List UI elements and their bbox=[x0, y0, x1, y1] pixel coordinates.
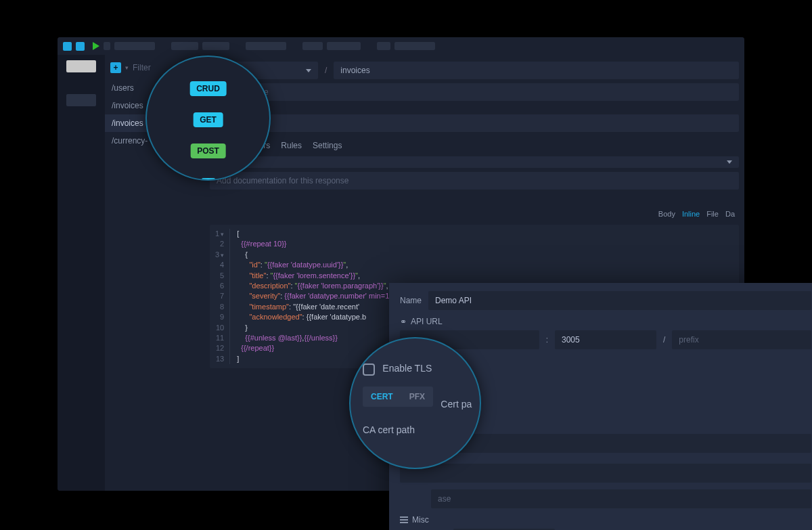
left-rail bbox=[58, 55, 105, 491]
editor-gutter: 1▾23▾45678910111213 bbox=[210, 229, 230, 364]
play-icon[interactable] bbox=[93, 42, 99, 50]
misc-heading: Misc bbox=[400, 515, 811, 525]
response-tabs: + Headers Rules Settings bbox=[210, 136, 739, 152]
response-doc-input[interactable] bbox=[210, 172, 739, 190]
cert-tab[interactable]: CERT bbox=[363, 387, 401, 407]
titlebar bbox=[58, 37, 744, 55]
body-tab-databucket[interactable]: Da bbox=[725, 210, 735, 218]
body-source-tabs: Body Inline File Da bbox=[210, 207, 739, 221]
tab-settings[interactable]: Settings bbox=[313, 141, 342, 150]
body-tab-inline[interactable]: Inline bbox=[682, 210, 700, 218]
toolbar-placeholder bbox=[377, 42, 390, 50]
ca-cert-input[interactable] bbox=[400, 464, 811, 483]
method-badge-get-peek bbox=[202, 178, 215, 181]
path-slash: / bbox=[322, 62, 330, 79]
slash-separator: / bbox=[663, 335, 665, 345]
route-doc-input[interactable] bbox=[210, 83, 739, 101]
body-tab-file[interactable]: File bbox=[706, 210, 719, 218]
port-input[interactable] bbox=[555, 330, 656, 349]
toolbar-placeholder bbox=[302, 42, 323, 50]
add-route-button[interactable]: + bbox=[110, 62, 121, 73]
window-control[interactable] bbox=[63, 42, 72, 51]
toolbar-placeholder bbox=[202, 42, 229, 50]
zoom-tls-circle: Enable TLS CERT PFX Cert pa CA cert path bbox=[349, 337, 481, 469]
plug-icon: ⚭ bbox=[400, 317, 407, 326]
path-input[interactable] bbox=[334, 62, 739, 79]
chevron-down-icon bbox=[727, 160, 732, 164]
method-badge-get: GET bbox=[193, 112, 223, 127]
window-control[interactable] bbox=[76, 42, 85, 51]
zoom-methods-circle: CRUD GET POST bbox=[145, 56, 271, 181]
rail-item[interactable] bbox=[66, 94, 96, 106]
prefix-input[interactable] bbox=[672, 330, 811, 349]
colon-separator: : bbox=[546, 335, 548, 345]
enable-tls-checkbox[interactable] bbox=[363, 363, 375, 376]
cert-type-segment[interactable]: CERT PFX bbox=[363, 387, 433, 407]
body-tab-body[interactable]: Body bbox=[658, 210, 675, 218]
method-badge-crud: CRUD bbox=[189, 81, 227, 96]
rail-item[interactable] bbox=[66, 60, 96, 72]
toolbar-placeholder bbox=[327, 42, 361, 50]
status-code-select[interactable]: 00) bbox=[210, 114, 739, 132]
pfx-tab[interactable]: PFX bbox=[401, 387, 433, 407]
method-badge-post: POST bbox=[190, 143, 226, 158]
toolbar-placeholder bbox=[114, 42, 155, 50]
settings-name-label: Name bbox=[400, 296, 422, 305]
toolbar-placeholder bbox=[394, 42, 435, 50]
settings-name-input[interactable] bbox=[428, 291, 811, 310]
enable-tls-label: Enable TLS bbox=[382, 363, 432, 374]
toolbar-placeholder bbox=[104, 42, 110, 50]
response-select[interactable] bbox=[210, 156, 739, 168]
toolbar-placeholder bbox=[171, 42, 198, 50]
api-url-heading: ⚭ API URL bbox=[400, 317, 811, 326]
menu-icon bbox=[400, 516, 408, 523]
tab-rules[interactable]: Rules bbox=[281, 141, 302, 150]
passphrase-input[interactable] bbox=[431, 489, 811, 508]
toolbar-placeholder bbox=[246, 42, 286, 50]
cert-path-label: Cert pa bbox=[441, 399, 472, 410]
chevron-down-icon bbox=[306, 69, 311, 72]
ca-cert-label: CA cert path bbox=[363, 424, 473, 435]
